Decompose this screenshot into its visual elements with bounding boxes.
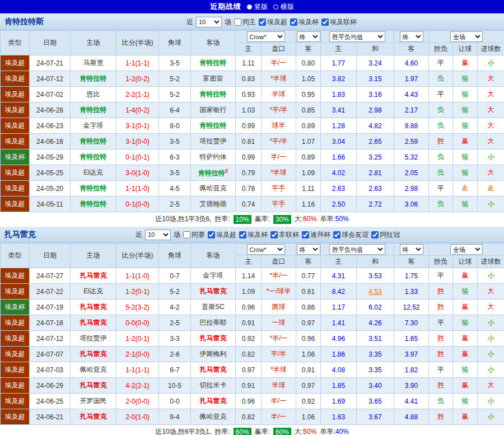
home-team-name[interactable]: 肯特拉特	[80, 153, 107, 161]
home-team-link[interactable]: 肯特拉特	[71, 134, 116, 149]
home-team-name[interactable]: 扎马雷克	[80, 381, 107, 389]
avg-odds-select[interactable]: 胜平负均值	[329, 31, 385, 42]
home-team-name[interactable]: El达克	[83, 169, 103, 176]
home-team-name[interactable]: 肯特拉特	[80, 137, 107, 145]
home-team-name[interactable]: 扎马雷克	[80, 350, 107, 358]
away-team-link[interactable]: 艾德翰德	[191, 197, 236, 212]
home-team-link[interactable]: 恩比	[71, 87, 116, 102]
home-team-link[interactable]: 塔拉贾伊	[71, 331, 116, 347]
checkbox-input[interactable]	[333, 231, 340, 238]
away-team-name[interactable]: 佩哈亚克	[200, 413, 227, 420]
home-team-link[interactable]: 马斯里	[71, 55, 116, 71]
home-team-name[interactable]: 肯特拉特	[80, 200, 107, 208]
checkbox-input[interactable]	[208, 231, 215, 238]
home-team-name[interactable]: 马斯里	[83, 59, 104, 67]
away-team-name[interactable]: 巴拉蒂耶	[200, 319, 227, 326]
away-team-name[interactable]: 富图雷	[203, 74, 223, 82]
league-filter-checkbox[interactable]: 埃及联杯	[321, 17, 357, 27]
checkbox-input[interactable]	[371, 231, 379, 238]
away-team-link[interactable]: 扎马雷克	[191, 284, 236, 300]
home-team-link[interactable]: 扎马雷克	[71, 409, 116, 425]
away-team-name[interactable]: 金字塔	[203, 272, 223, 279]
home-team-link[interactable]: 扎马雷克	[71, 347, 116, 362]
away-team-link[interactable]: 国家银行	[191, 102, 236, 118]
scope-select[interactable]: 全场	[450, 31, 483, 42]
final-odds-select2[interactable]: 终	[400, 244, 423, 255]
checkbox-input[interactable]	[302, 231, 309, 238]
away-team-name[interactable]: 特萨约体	[200, 153, 227, 161]
away-team-name[interactable]: 肯特拉特	[200, 59, 227, 67]
home-team-name[interactable]: 扎马雷克	[80, 303, 107, 311]
home-team-name[interactable]: El达克	[83, 287, 103, 295]
away-team-name[interactable]: 扎马雷克	[200, 366, 227, 373]
home-team-link[interactable]: 肯特拉特	[71, 71, 116, 87]
home-team-name[interactable]: 佩哈亚克	[80, 366, 107, 373]
final-odds-select[interactable]: 终	[297, 244, 320, 255]
league-filter-checkbox[interactable]: 埃及超	[259, 17, 287, 27]
away-team-link[interactable]: 扎马雷克	[191, 331, 236, 347]
away-team-link[interactable]: 扎马雷克	[191, 362, 236, 378]
away-team-name[interactable]: 扎马雷克	[200, 334, 227, 342]
home-team-name[interactable]: 扎马雷克	[80, 413, 107, 420]
home-team-name[interactable]: 开罗国民	[80, 397, 107, 405]
away-team-name[interactable]: 切拉米卡	[200, 381, 227, 389]
away-team-link[interactable]: 肯特拉特2	[191, 165, 236, 181]
avg-odds-select[interactable]: 胜平负均值	[329, 244, 385, 255]
home-team-name[interactable]: 恩比	[87, 90, 100, 98]
away-team-name[interactable]: 肯特拉特	[200, 90, 227, 98]
away-team-link[interactable]: 佩哈亚克	[191, 409, 236, 425]
away-team-link[interactable]: 特萨约体	[191, 149, 236, 165]
home-team-link[interactable]: 扎马雷克	[71, 378, 116, 394]
match-count-select[interactable]: 10	[145, 230, 171, 240]
away-team-name[interactable]: 塔拉贾伊	[200, 137, 227, 145]
home-team-link[interactable]: 肯特拉特	[71, 149, 116, 165]
home-team-name[interactable]: 肯特拉特	[80, 106, 107, 114]
away-team-name[interactable]: 普斯SC	[202, 303, 225, 311]
away-team-link[interactable]: 肯特拉特	[191, 55, 236, 71]
home-team-name[interactable]: 金字塔	[83, 121, 104, 129]
home-team-link[interactable]: 开罗国民	[71, 394, 116, 409]
away-team-link[interactable]: 肯特拉特	[191, 87, 236, 102]
away-team-name[interactable]: 肯特拉特	[200, 121, 227, 129]
layout-option-horizontal[interactable]: 横版	[273, 2, 294, 12]
checkbox-input[interactable]	[290, 18, 297, 26]
checkbox-input[interactable]	[239, 231, 246, 238]
league-filter-checkbox[interactable]: 埃及杯	[239, 230, 268, 240]
home-team-name[interactable]: 肯特拉特	[80, 74, 107, 82]
away-team-name[interactable]: 扎马雷克	[200, 287, 227, 295]
away-team-link[interactable]: 巴拉蒂耶	[191, 315, 236, 331]
away-team-name[interactable]: 扎马雷克	[200, 397, 227, 405]
home-team-link[interactable]: 扎马雷克	[71, 315, 116, 331]
away-team-link[interactable]: 佩哈亚克	[191, 181, 236, 197]
league-filter-checkbox[interactable]: 阿拉冠	[371, 230, 400, 240]
same-venue-checkbox[interactable]: 同主	[234, 17, 256, 27]
checkbox-input[interactable]	[270, 231, 278, 238]
league-filter-checkbox[interactable]: 埃及超	[208, 230, 236, 240]
league-filter-checkbox[interactable]: 埃及杯	[290, 17, 319, 27]
checkbox-input[interactable]	[259, 18, 266, 26]
home-team-link[interactable]: El达克	[71, 284, 116, 300]
final-odds-select[interactable]: 终	[297, 31, 320, 42]
home-team-link[interactable]: 扎马雷克	[71, 268, 116, 284]
checkbox-input[interactable]	[234, 18, 241, 26]
away-team-name[interactable]: 佩哈亚克	[200, 184, 227, 192]
odds-company-select[interactable]: Crow*	[247, 31, 285, 42]
away-team-name[interactable]: 伊斯梅利	[200, 350, 227, 358]
away-team-link[interactable]: 富图雷	[191, 71, 236, 87]
match-count-select[interactable]: 10	[196, 17, 222, 27]
home-team-link[interactable]: 肯特拉特	[71, 181, 116, 197]
away-team-name[interactable]: 国家银行	[200, 106, 227, 114]
home-team-name[interactable]: 塔拉贾伊	[80, 334, 107, 342]
odds-company-select[interactable]: Crow*	[247, 244, 285, 255]
away-team-name[interactable]: 肯特拉特	[198, 169, 225, 177]
league-filter-checkbox[interactable]: 迪拜杯	[302, 230, 330, 240]
same-competition-checkbox[interactable]: 同赛	[183, 230, 205, 240]
away-team-link[interactable]: 切拉米卡	[191, 378, 236, 394]
layout-option-vertical[interactable]: 竖版	[247, 2, 268, 12]
checkbox-input[interactable]	[321, 18, 329, 26]
home-team-link[interactable]: 佩哈亚克	[71, 362, 116, 378]
home-team-link[interactable]: 扎马雷克	[71, 300, 116, 315]
scope-select[interactable]: 全场	[450, 244, 483, 255]
league-filter-checkbox[interactable]: 球会友谊	[333, 230, 368, 240]
checkbox-input[interactable]	[183, 231, 190, 238]
